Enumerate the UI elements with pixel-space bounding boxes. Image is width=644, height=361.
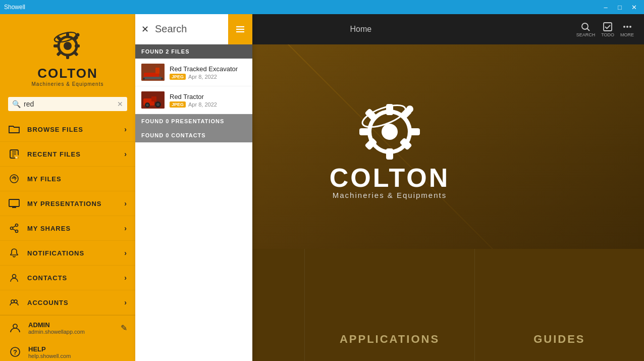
sidebar-clear-icon[interactable]: ✕ bbox=[117, 100, 123, 108]
sidebar-search-box[interactable]: 🔍 ✕ bbox=[8, 97, 127, 111]
svg-point-26 bbox=[13, 324, 17, 328]
sidebar-item-contacts[interactable]: CONTACTS › bbox=[0, 266, 135, 290]
chevron-icon-my-shares: › bbox=[124, 224, 127, 232]
sidebar-logo-sub: Machineries & Equipments bbox=[32, 81, 104, 87]
accounts-icon bbox=[8, 296, 20, 308]
folder-icon bbox=[8, 123, 20, 135]
nav-search-button[interactable]: SEARCH bbox=[576, 22, 596, 37]
admin-text: ADMIN admin.showellapp.com bbox=[28, 321, 121, 335]
sidebar-item-my-presentations[interactable]: MY PRESENTATIONS › bbox=[0, 191, 135, 216]
svg-rect-34 bbox=[155, 68, 159, 74]
admin-edit-icon[interactable]: ✎ bbox=[121, 323, 127, 333]
result-item-red-tracked-excavator[interactable]: Red Tracked Excavator JPEG Apr 8, 2022 bbox=[135, 59, 252, 86]
search-toggle-button[interactable] bbox=[228, 14, 252, 44]
result-item-red-tractor[interactable]: Red Tractor JPEG Apr 8, 2022 bbox=[135, 86, 252, 114]
result-info-excavator: Red Tracked Excavator JPEG Apr 8, 2022 bbox=[170, 65, 246, 80]
nav-label-browse-files: BROWSE FILES bbox=[27, 126, 83, 133]
tile-applications-label: APPLICATIONS bbox=[340, 333, 440, 346]
svg-rect-36 bbox=[143, 78, 145, 80]
sidebar: COLTON Machineries & Equipments 🔍 ✕ BROW… bbox=[0, 14, 135, 361]
share-icon bbox=[8, 222, 20, 234]
admin-item[interactable]: ADMIN admin.showellapp.com ✎ bbox=[0, 316, 135, 340]
help-item[interactable]: ? HELP help.showell.com bbox=[0, 340, 135, 361]
found-presentations-header: FOUND 0 PRESENTATIONS bbox=[135, 114, 252, 128]
bottom-items: ADMIN admin.showellapp.com ✎ ? HELP help… bbox=[0, 315, 135, 361]
help-icon: ? bbox=[8, 345, 22, 359]
sidebar-item-browse-files[interactable]: BROWSE FILES › bbox=[0, 117, 135, 142]
svg-rect-15 bbox=[9, 199, 19, 207]
svg-point-25 bbox=[14, 300, 17, 303]
chevron-icon-contacts: › bbox=[124, 274, 127, 282]
svg-point-49 bbox=[626, 26, 628, 28]
hero-logo: COLTON Machineries & Equipments bbox=[330, 94, 450, 199]
svg-point-24 bbox=[11, 300, 14, 303]
chevron-icon-recent-files: › bbox=[124, 150, 127, 158]
svg-line-46 bbox=[587, 28, 590, 31]
svg-point-52 bbox=[382, 124, 398, 140]
admin-email: admin.showellapp.com bbox=[28, 329, 121, 335]
nav-label-contacts: CONTACTS bbox=[27, 274, 67, 282]
nav-label-my-files: MY FILES bbox=[27, 175, 62, 183]
svg-rect-35 bbox=[144, 77, 162, 79]
nav-more-button[interactable]: MORE bbox=[620, 22, 634, 37]
logo-icon bbox=[45, 24, 90, 65]
app-body: COLTON Machineries & Equipments 🔍 ✕ BROW… bbox=[0, 14, 644, 361]
svg-point-18 bbox=[16, 224, 18, 227]
svg-line-21 bbox=[13, 226, 16, 227]
svg-point-41 bbox=[146, 104, 149, 107]
sidebar-item-notifications[interactable]: NOTIFICATIONS › bbox=[0, 241, 135, 266]
notifications-icon bbox=[8, 247, 20, 259]
svg-rect-5 bbox=[75, 44, 80, 47]
window-controls: – □ ✕ bbox=[600, 2, 640, 12]
tile-applications[interactable]: APPLICATIONS bbox=[305, 249, 474, 361]
hero-brand-sub-text: Machineries & Equipments bbox=[333, 191, 447, 199]
maximize-button[interactable]: □ bbox=[614, 2, 626, 12]
result-info-tractor: Red Tractor JPEG Apr 8, 2022 bbox=[170, 93, 246, 108]
nav-todo-button[interactable]: TODO bbox=[601, 22, 614, 37]
minimize-button[interactable]: – bbox=[600, 2, 612, 12]
svg-point-11 bbox=[76, 33, 79, 36]
hero-brand-text: COLTON bbox=[330, 165, 450, 191]
search-results: FOUND 2 FILES Red Tracked Excavator bbox=[135, 44, 252, 361]
svg-rect-47 bbox=[604, 23, 612, 31]
sidebar-item-my-shares[interactable]: MY SHARES › bbox=[0, 216, 135, 241]
nav-search-label: SEARCH bbox=[576, 32, 596, 37]
check-icon bbox=[603, 22, 613, 32]
sidebar-item-recent-files[interactable]: N RECENT FILES › bbox=[0, 142, 135, 167]
chevron-icon-my-presentations: › bbox=[124, 199, 127, 208]
chevron-icon-browse-files: › bbox=[124, 125, 127, 133]
svg-line-22 bbox=[13, 229, 16, 230]
found-files-header: FOUND 2 FILES bbox=[135, 44, 252, 59]
nav-label-notifications: NOTIFICATIONS bbox=[27, 249, 84, 257]
search-close-icon[interactable]: ✕ bbox=[141, 24, 149, 35]
sidebar-item-accounts[interactable]: ACCOUNTS › bbox=[0, 290, 135, 315]
recent-icon: N bbox=[8, 148, 20, 160]
sidebar-search-input[interactable] bbox=[24, 100, 114, 108]
svg-rect-3 bbox=[66, 54, 69, 59]
tractor-thumb-svg bbox=[141, 91, 165, 109]
result-date-tractor: Apr 8, 2022 bbox=[188, 101, 217, 108]
nav-todo-label: TODO bbox=[601, 32, 614, 37]
close-button[interactable]: ✕ bbox=[628, 2, 640, 12]
svg-rect-56 bbox=[409, 128, 420, 135]
tile-guides-label: GUIDES bbox=[533, 333, 585, 346]
svg-rect-37 bbox=[161, 78, 163, 80]
nav-label-my-shares: MY SHARES bbox=[27, 225, 71, 232]
more-dots-icon bbox=[622, 22, 632, 32]
result-badge-tractor: JPEG bbox=[170, 101, 186, 108]
search-title: Search bbox=[155, 23, 228, 35]
svg-point-48 bbox=[623, 26, 625, 28]
svg-point-19 bbox=[16, 230, 18, 233]
result-meta-excavator: JPEG Apr 8, 2022 bbox=[170, 74, 246, 80]
svg-point-50 bbox=[629, 26, 631, 28]
result-name-excavator: Red Tracked Excavator bbox=[170, 65, 246, 73]
result-date-excavator: Apr 8, 2022 bbox=[188, 74, 217, 80]
hero-gear-icon bbox=[349, 94, 430, 165]
tile-guides[interactable]: GUIDES bbox=[475, 249, 644, 361]
svg-rect-55 bbox=[359, 128, 370, 135]
svg-point-62 bbox=[406, 106, 413, 113]
nav-search-icon bbox=[580, 22, 591, 32]
contacts-icon bbox=[8, 272, 20, 284]
sidebar-item-my-files[interactable]: MY FILES bbox=[0, 167, 135, 191]
fingerprint-icon bbox=[8, 173, 20, 185]
